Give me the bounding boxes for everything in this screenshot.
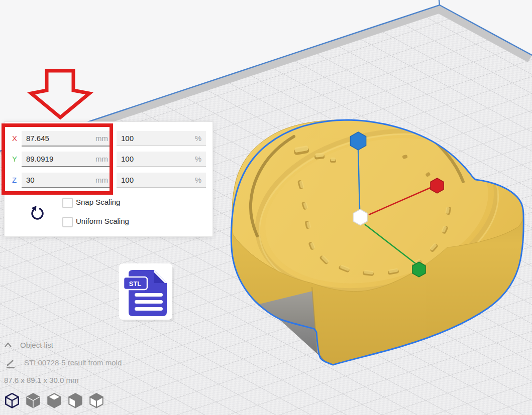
scale-z-percent-field: %: [117, 173, 206, 188]
object-list-collapse-icon[interactable]: [4, 341, 13, 348]
scale-row-y: Y mm %: [5, 152, 212, 167]
scale-y-input[interactable]: [22, 152, 113, 166]
reset-rotate-icon: [28, 203, 47, 222]
scale-y-percent-field: %: [117, 152, 206, 167]
cube-open-top-icon: [45, 391, 63, 409]
scale-row-x: X mm %: [5, 131, 212, 147]
scale-x-mm-field: mm: [22, 131, 113, 147]
mesh-type-anti-overhang-button[interactable]: [87, 391, 105, 409]
reset-scale-button[interactable]: [28, 203, 47, 222]
scale-row-z: Z mm %: [5, 173, 212, 188]
scale-y-mm-field: mm: [22, 152, 113, 167]
scale-handle-y[interactable]: [412, 262, 425, 277]
cube-open-left-icon: [66, 391, 84, 409]
snap-scaling-label: Snap Scaling: [76, 198, 120, 206]
snap-scaling-checkbox[interactable]: [62, 198, 73, 208]
stl-file-badge: STL: [119, 263, 174, 322]
mesh-type-dont-support-overlaps-button[interactable]: [66, 391, 84, 409]
scale-z-percent-input[interactable]: [117, 173, 206, 187]
scale-x-percent-input[interactable]: [117, 131, 206, 146]
scale-tool-panel: X mm % Y mm % Z mm: [4, 121, 213, 237]
object-list-item[interactable]: STL00728-5 result from mold: [24, 358, 122, 367]
scale-handle-center[interactable]: [353, 209, 367, 225]
solid-cube-icon: [24, 391, 42, 409]
object-list-header[interactable]: Object list: [20, 341, 53, 349]
object-dimensions: 87.6 x 89.1 x 30.0 mm: [4, 376, 78, 384]
axis-x-label: X: [12, 134, 20, 143]
scale-x-input[interactable]: [22, 131, 113, 146]
pencil-icon: [6, 358, 16, 368]
scale-z-input[interactable]: [22, 173, 113, 187]
mesh-type-normal-button[interactable]: [3, 391, 21, 409]
plate-corner-axis-line: [439, 0, 440, 6]
scale-x-percent-field: %: [117, 131, 206, 146]
scale-z-mm-field: mm: [22, 173, 113, 188]
uniform-scaling-label: Uniform Scaling: [76, 217, 129, 225]
wireframe-cube-icon: [3, 391, 21, 409]
cube-open-front-icon: [87, 391, 105, 409]
scale-y-percent-input[interactable]: [117, 152, 206, 166]
uniform-scaling-checkbox[interactable]: [62, 217, 73, 227]
mesh-type-print-as-support-button[interactable]: [24, 391, 42, 409]
mesh-type-modify-overlaps-button[interactable]: [45, 391, 63, 409]
application-window: STL X mm % Y mm %: [0, 0, 532, 415]
axis-z-label: Z: [12, 176, 20, 184]
scale-handle-x[interactable]: [431, 178, 444, 193]
stl-badge-label: STL: [129, 280, 142, 288]
axis-y-label: Y: [12, 155, 20, 163]
mesh-type-toolbar: [3, 391, 105, 409]
